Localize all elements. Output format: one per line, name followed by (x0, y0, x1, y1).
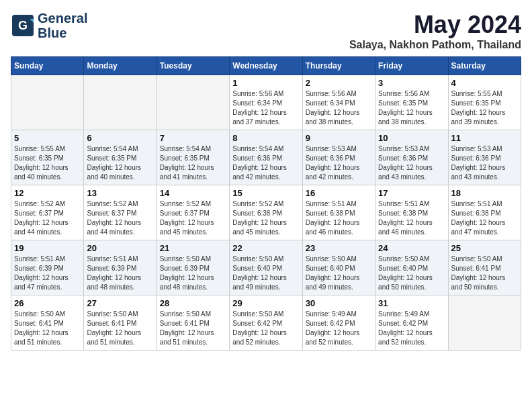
day-number: 31 (378, 298, 445, 308)
day-info: Sunrise: 5:56 AMSunset: 6:35 PMDaylight:… (378, 89, 445, 127)
calendar-cell: 22Sunrise: 5:50 AMSunset: 6:40 PMDayligh… (230, 240, 302, 295)
calendar-header-wednesday: Wednesday (230, 57, 302, 75)
calendar-header-monday: Monday (84, 57, 157, 75)
day-info: Sunrise: 5:50 AMSunset: 6:40 PMDaylight:… (232, 255, 299, 292)
calendar-cell (11, 75, 84, 130)
page-header: G General Blue May 2024 Salaya, Nakhon P… (11, 11, 521, 51)
day-number: 18 (451, 188, 518, 198)
day-number: 10 (378, 133, 445, 143)
calendar-header-thursday: Thursday (302, 57, 375, 75)
day-number: 25 (451, 243, 518, 253)
day-info: Sunrise: 5:54 AMSunset: 6:35 PMDaylight:… (160, 144, 226, 182)
day-info: Sunrise: 5:50 AMSunset: 6:41 PMDaylight:… (87, 310, 153, 347)
day-info: Sunrise: 5:50 AMSunset: 6:41 PMDaylight:… (451, 255, 518, 292)
month-title: May 2024 (349, 11, 521, 39)
calendar-week-row: 5Sunrise: 5:55 AMSunset: 6:35 PMDaylight… (11, 130, 521, 185)
calendar-cell: 10Sunrise: 5:53 AMSunset: 6:36 PMDayligh… (375, 130, 448, 185)
calendar-cell: 3Sunrise: 5:56 AMSunset: 6:35 PMDaylight… (375, 75, 448, 130)
day-number: 24 (378, 243, 445, 253)
day-info: Sunrise: 5:53 AMSunset: 6:36 PMDaylight:… (451, 144, 518, 182)
calendar-cell: 31Sunrise: 5:49 AMSunset: 6:42 PMDayligh… (375, 295, 448, 351)
calendar-cell: 17Sunrise: 5:51 AMSunset: 6:38 PMDayligh… (375, 185, 448, 240)
calendar-cell: 7Sunrise: 5:54 AMSunset: 6:35 PMDaylight… (157, 130, 229, 185)
calendar-cell: 16Sunrise: 5:51 AMSunset: 6:38 PMDayligh… (302, 185, 375, 240)
calendar-cell (157, 75, 229, 130)
day-number: 8 (232, 133, 299, 143)
day-info: Sunrise: 5:50 AMSunset: 6:40 PMDaylight:… (378, 255, 445, 292)
day-info: Sunrise: 5:51 AMSunset: 6:39 PMDaylight:… (14, 255, 81, 292)
calendar-cell: 19Sunrise: 5:51 AMSunset: 6:39 PMDayligh… (11, 240, 84, 295)
day-number: 15 (232, 188, 299, 198)
calendar-cell: 20Sunrise: 5:51 AMSunset: 6:39 PMDayligh… (84, 240, 157, 295)
calendar-cell: 29Sunrise: 5:50 AMSunset: 6:42 PMDayligh… (230, 295, 302, 351)
calendar-cell: 15Sunrise: 5:52 AMSunset: 6:38 PMDayligh… (230, 185, 302, 240)
day-number: 20 (87, 243, 153, 253)
calendar-cell: 30Sunrise: 5:49 AMSunset: 6:42 PMDayligh… (302, 295, 375, 351)
calendar-week-row: 26Sunrise: 5:50 AMSunset: 6:41 PMDayligh… (11, 295, 521, 351)
day-number: 23 (306, 243, 372, 253)
day-number: 14 (160, 188, 226, 198)
day-number: 1 (232, 78, 299, 88)
day-number: 12 (14, 188, 81, 198)
day-info: Sunrise: 5:49 AMSunset: 6:42 PMDaylight:… (306, 310, 372, 347)
day-number: 19 (14, 243, 81, 253)
day-number: 26 (14, 298, 81, 308)
day-number: 13 (87, 188, 153, 198)
day-info: Sunrise: 5:50 AMSunset: 6:41 PMDaylight:… (160, 310, 226, 347)
day-info: Sunrise: 5:50 AMSunset: 6:41 PMDaylight:… (14, 310, 81, 347)
day-info: Sunrise: 5:51 AMSunset: 6:38 PMDaylight:… (378, 199, 445, 237)
day-info: Sunrise: 5:56 AMSunset: 6:34 PMDaylight:… (232, 89, 299, 127)
calendar-cell: 5Sunrise: 5:55 AMSunset: 6:35 PMDaylight… (11, 130, 84, 185)
day-info: Sunrise: 5:50 AMSunset: 6:42 PMDaylight:… (232, 310, 299, 347)
day-number: 22 (232, 243, 299, 253)
calendar-cell: 4Sunrise: 5:55 AMSunset: 6:35 PMDaylight… (448, 75, 521, 130)
calendar-week-row: 12Sunrise: 5:52 AMSunset: 6:37 PMDayligh… (11, 185, 521, 240)
day-info: Sunrise: 5:50 AMSunset: 6:39 PMDaylight:… (160, 255, 226, 292)
day-info: Sunrise: 5:49 AMSunset: 6:42 PMDaylight:… (378, 310, 445, 347)
day-number: 9 (306, 133, 372, 143)
calendar-header-sunday: Sunday (11, 57, 84, 75)
day-info: Sunrise: 5:53 AMSunset: 6:36 PMDaylight:… (306, 144, 372, 182)
day-info: Sunrise: 5:54 AMSunset: 6:35 PMDaylight:… (87, 144, 153, 182)
day-number: 17 (378, 188, 445, 198)
calendar-cell: 2Sunrise: 5:56 AMSunset: 6:34 PMDaylight… (302, 75, 375, 130)
day-info: Sunrise: 5:56 AMSunset: 6:34 PMDaylight:… (306, 89, 372, 127)
day-number: 7 (160, 133, 226, 143)
calendar-cell: 1Sunrise: 5:56 AMSunset: 6:34 PMDaylight… (230, 75, 302, 130)
calendar-cell: 23Sunrise: 5:50 AMSunset: 6:40 PMDayligh… (302, 240, 375, 295)
svg-text:G: G (18, 19, 28, 32)
day-info: Sunrise: 5:50 AMSunset: 6:40 PMDaylight:… (306, 255, 372, 292)
calendar-cell: 6Sunrise: 5:54 AMSunset: 6:35 PMDaylight… (84, 130, 157, 185)
day-number: 4 (451, 78, 518, 88)
calendar-week-row: 1Sunrise: 5:56 AMSunset: 6:34 PMDaylight… (11, 75, 521, 130)
day-info: Sunrise: 5:51 AMSunset: 6:38 PMDaylight:… (306, 199, 372, 237)
calendar-cell: 8Sunrise: 5:54 AMSunset: 6:36 PMDaylight… (230, 130, 302, 185)
logo: G General Blue (11, 11, 87, 40)
calendar: SundayMondayTuesdayWednesdayThursdayFrid… (11, 56, 521, 351)
day-number: 21 (160, 243, 226, 253)
calendar-header-saturday: Saturday (448, 57, 521, 75)
calendar-cell: 12Sunrise: 5:52 AMSunset: 6:37 PMDayligh… (11, 185, 84, 240)
calendar-cell: 25Sunrise: 5:50 AMSunset: 6:41 PMDayligh… (448, 240, 521, 295)
day-number: 2 (306, 78, 372, 88)
day-info: Sunrise: 5:52 AMSunset: 6:38 PMDaylight:… (232, 199, 299, 237)
calendar-week-row: 19Sunrise: 5:51 AMSunset: 6:39 PMDayligh… (11, 240, 521, 295)
calendar-header-tuesday: Tuesday (157, 57, 229, 75)
calendar-cell: 14Sunrise: 5:52 AMSunset: 6:37 PMDayligh… (157, 185, 229, 240)
day-info: Sunrise: 5:55 AMSunset: 6:35 PMDaylight:… (14, 144, 81, 182)
day-info: Sunrise: 5:52 AMSunset: 6:37 PMDaylight:… (14, 199, 81, 237)
logo-icon: G (11, 13, 35, 38)
day-number: 3 (378, 78, 445, 88)
calendar-header-row: SundayMondayTuesdayWednesdayThursdayFrid… (11, 57, 521, 75)
calendar-cell: 13Sunrise: 5:52 AMSunset: 6:37 PMDayligh… (84, 185, 157, 240)
calendar-cell: 26Sunrise: 5:50 AMSunset: 6:41 PMDayligh… (11, 295, 84, 351)
calendar-cell: 27Sunrise: 5:50 AMSunset: 6:41 PMDayligh… (84, 295, 157, 351)
day-number: 30 (306, 298, 372, 308)
calendar-cell (448, 295, 521, 351)
day-info: Sunrise: 5:52 AMSunset: 6:37 PMDaylight:… (160, 199, 226, 237)
day-info: Sunrise: 5:51 AMSunset: 6:39 PMDaylight:… (87, 255, 153, 292)
calendar-cell: 21Sunrise: 5:50 AMSunset: 6:39 PMDayligh… (157, 240, 229, 295)
calendar-cell: 9Sunrise: 5:53 AMSunset: 6:36 PMDaylight… (302, 130, 375, 185)
day-number: 16 (306, 188, 372, 198)
logo-text: General Blue (38, 11, 87, 40)
